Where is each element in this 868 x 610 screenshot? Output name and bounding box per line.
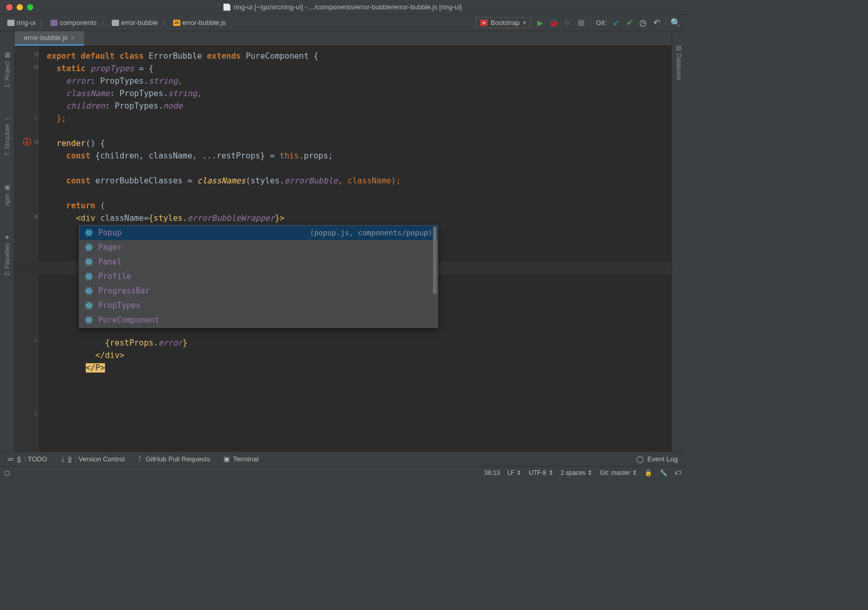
folder-icon [112,20,119,26]
autocomplete-item[interactable]: ProgressBar [80,284,438,298]
react-component-icon [85,316,93,324]
breadcrumb-label: components [60,19,97,26]
autocomplete-item[interactable]: Profile [80,269,438,284]
search-everywhere-button[interactable]: 🔍 [672,19,680,27]
close-window-button[interactable] [6,4,12,10]
autocomplete-scrollbar[interactable] [433,227,437,294]
autocomplete-item[interactable]: Pager [80,240,438,255]
event-log-button[interactable]: ◯ Event Log [636,455,678,463]
indent-selector[interactable]: 2 spaces ⇕ [561,469,593,476]
ide-settings-icon[interactable]: 🔧 [660,469,667,476]
debug-button[interactable]: 🐞 [550,19,558,27]
breadcrumb-separator-icon: 〉 [40,18,46,28]
breadcrumb-item-folder[interactable]: components [48,18,99,28]
autocomplete-label: PropTypes [98,301,432,310]
run-button[interactable]: ▶ [536,19,545,27]
breadcrumb-item-project[interactable]: ring-ui [5,18,37,28]
override-gutter-icon[interactable] [22,137,32,147]
tool-window-todo[interactable]: ≔ 66: TODO: TODO [7,455,47,463]
git-revert-button[interactable]: ↶ [652,19,661,27]
svg-point-12 [88,261,89,262]
svg-point-8 [88,247,89,248]
encoding-selector[interactable]: UTF-8 ⇕ [529,469,553,476]
tab-label: error-bubble.js [24,34,68,42]
autocomplete-label: PureComponent [98,315,432,325]
tool-window-database[interactable]: ▤ Database [675,44,682,80]
tool-window-vcs[interactable]: ᛣ 9: Version Control9: Version Control [61,455,125,463]
pull-request-icon: ᚴ [138,455,142,463]
autocomplete-label: Pager [98,243,432,252]
js-file-icon: JS [173,20,180,26]
breadcrumb-separator-icon: 〉 [162,18,169,28]
speech-bubble-icon: ◯ [636,455,644,463]
lock-icon[interactable]: 🔒 [645,469,652,476]
line-separator-selector[interactable]: LF ⇕ [507,469,521,476]
react-component-icon [85,243,93,251]
fold-toggle-icon[interactable]: ⊟ [33,213,38,220]
breadcrumb-label: error-bubble [121,19,158,26]
npm-icon: n [480,20,488,26]
git-branch-selector[interactable]: Git: master ⇕ [600,469,637,476]
autocomplete-item[interactable]: PureComponent [80,313,438,327]
fold-toggle-icon[interactable]: ⊟ [33,63,38,70]
run-with-coverage-button[interactable]: ↻ [563,19,572,27]
folder-icon [50,20,58,26]
git-commit-button[interactable]: ✔ [625,19,634,27]
run-configuration-selector[interactable]: n Bootstrap ▾ [476,17,531,28]
window-title-text: ring-ui [~/go/src/ring-ui] - .../compone… [234,3,462,11]
git-update-button[interactable]: ↙ [612,19,620,27]
status-bar-toggle-icon[interactable]: ▢ [4,469,10,476]
breadcrumb-item-file[interactable]: JS error-bubble.js [171,18,228,28]
fold-end-icon: ⊥ [33,113,38,120]
fold-toggle-icon[interactable]: ⊟ [33,51,38,58]
autocomplete-item[interactable]: PropTypes [80,298,438,313]
editor-area: error-bubble.js × ⊟ ⊟ ⊥ ⊟ ⊟ ⊟ ⊥ ⊥ export… [15,31,672,452]
autocomplete-item[interactable]: Popup (popup.js, components/popup) [80,226,438,240]
memory-indicator-icon[interactable]: 🏷 [675,469,681,476]
right-tool-stripe: ▤ Database [672,31,685,452]
tool-window-npm[interactable]: npm ▣ [4,184,11,206]
git-history-button[interactable]: ◷ [639,19,647,27]
svg-point-24 [88,305,89,306]
breadcrumb-item-folder[interactable]: error-bubble [110,18,160,28]
window-title: ring-ui [~/go/src/ring-ui] - .../compone… [223,3,462,11]
stop-button[interactable] [577,19,585,27]
autocomplete-item[interactable]: Panel [80,255,438,269]
editor-tabs: error-bubble.js × [15,31,672,46]
breadcrumb: ring-ui 〉 components 〉 error-bubble 〉 JS… [5,18,228,28]
tool-window-structure[interactable]: 7: Structure ⋮ [4,116,11,156]
status-bar: ▢ 36:13 LF ⇕ UTF-8 ⇕ 2 spaces ⇕ Git: mas… [0,466,685,479]
autocomplete-label: Panel [98,257,432,267]
tool-window-project[interactable]: 1: Project ▦ [4,52,11,88]
svg-point-20 [88,290,89,291]
svg-point-16 [88,276,89,277]
run-config-label: Bootstrap [491,19,520,26]
fold-end-icon: ⊥ [33,409,38,416]
editor-viewport[interactable]: ⊟ ⊟ ⊥ ⊟ ⊟ ⊟ ⊥ ⊥ export default class Err… [15,46,672,452]
react-component-icon [85,272,93,281]
react-component-icon [85,287,93,295]
react-component-icon [85,258,93,266]
navigation-toolbar: ring-ui 〉 components 〉 error-bubble 〉 JS… [0,15,685,31]
tool-window-terminal[interactable]: ▣ Terminal [223,455,258,463]
zoom-window-button[interactable] [27,4,33,10]
tool-window-github-pr[interactable]: ᚴ GitHub Pull Requests [138,455,210,463]
separator [666,19,666,27]
autocomplete-popup[interactable]: Popup (popup.js, components/popup) Pager… [79,225,438,328]
editor-tab-active[interactable]: error-bubble.js × [15,31,84,46]
branch-icon: ᛣ [61,455,65,463]
autocomplete-label: ProgressBar [98,286,432,296]
caret-position[interactable]: 36:13 [484,469,500,476]
editor-gutter[interactable]: ⊟ ⊟ ⊥ ⊟ ⊟ ⊟ ⊥ ⊥ [15,46,38,452]
tool-window-favorites[interactable]: 2: Favorites ★ [4,234,11,276]
label: Event Log [647,455,678,463]
fold-toggle-icon[interactable]: ⊟ [33,138,38,145]
react-component-icon [85,301,93,310]
left-tool-stripe: 1: Project ▦ 7: Structure ⋮ npm ▣ 2: Fav… [0,31,15,452]
terminal-icon: ▣ [223,455,230,463]
label: GitHub Pull Requests [146,455,210,463]
minimize-window-button[interactable] [17,4,23,10]
close-tab-button[interactable]: × [71,34,75,42]
breadcrumb-label: ring-ui [17,19,35,26]
folder-icon [7,20,15,26]
